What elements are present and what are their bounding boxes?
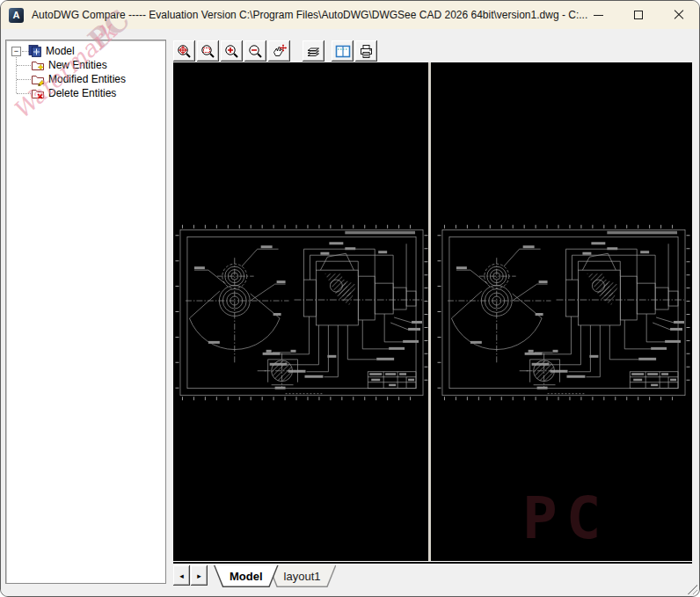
zoom-out-button[interactable] — [244, 40, 266, 62]
layers-icon — [306, 44, 321, 59]
titlebar[interactable]: A AutoDWG Compare ----- Evaluation Versi… — [1, 1, 699, 29]
tab-model[interactable]: Model — [214, 565, 279, 587]
tree-item-label: Delete Entities — [48, 87, 116, 99]
pan-icon — [272, 44, 287, 59]
tab-scroll-left-button[interactable]: ◂ — [173, 565, 190, 586]
window-controls — [578, 1, 699, 29]
tree-item-label: Model — [46, 45, 75, 57]
zoom-in-button[interactable] — [221, 40, 243, 62]
comparison-tree-panel: − Model New Entitie — [5, 40, 166, 584]
window-title: AutoDWG Compare ----- Evaluation Version… — [32, 9, 587, 21]
compare-view-icon — [335, 44, 351, 59]
compare-view-button[interactable] — [332, 40, 354, 62]
layers-button[interactable] — [303, 40, 324, 62]
viewport-version1[interactable] — [173, 62, 428, 561]
tab-scroll-right-button[interactable]: ▸ — [191, 565, 208, 586]
resize-grip[interactable] — [686, 583, 697, 594]
print-button[interactable] — [355, 40, 377, 62]
tree-item-model[interactable]: − Model — [6, 44, 75, 58]
print-icon — [359, 44, 374, 59]
close-icon — [674, 10, 684, 20]
tree-expander-icon[interactable]: − — [11, 47, 21, 56]
tree-item-modified-entities[interactable]: Modified Entities — [6, 72, 126, 86]
folder-delete-icon — [31, 86, 45, 100]
arrow-left-icon: ◂ — [179, 572, 184, 580]
tab-label: layout1 — [284, 570, 321, 583]
zoom-extents-button[interactable] — [173, 40, 195, 62]
tree-item-label: New Entities — [48, 59, 107, 71]
folder-new-icon — [31, 58, 45, 72]
close-button[interactable] — [659, 1, 699, 29]
zoom-extents-icon — [177, 44, 192, 59]
status-strip — [1, 586, 699, 596]
arrow-right-icon: ▸ — [197, 572, 201, 580]
toolbar — [173, 40, 379, 62]
cad-drawing-right — [435, 62, 690, 560]
app-icon: A — [9, 8, 24, 23]
minimize-icon — [594, 15, 603, 16]
viewport-bottom-divider — [173, 561, 692, 564]
tab-layout1[interactable]: layout1 — [268, 565, 337, 587]
tree-item-new-entities[interactable]: New Entities — [6, 58, 107, 72]
maximize-button[interactable] — [618, 1, 659, 29]
compare-viewports: PC — [173, 62, 692, 561]
layout-tab-bar: ◂ ▸ Model layout1 — [173, 565, 336, 588]
pan-button[interactable] — [268, 40, 290, 62]
zoom-in-icon — [224, 44, 239, 59]
entity-tree: − Model New Entitie — [6, 40, 165, 44]
tree-item-label: Modified Entities — [48, 73, 126, 85]
viewport-version2[interactable]: PC — [431, 62, 692, 561]
cad-drawing-left — [173, 62, 428, 560]
zoom-window-button[interactable] — [197, 40, 219, 62]
layout-tabs: Model layout1 — [214, 565, 336, 587]
app-window: A AutoDWG Compare ----- Evaluation Versi… — [0, 0, 700, 597]
zoom-window-icon — [201, 44, 215, 59]
minimize-button[interactable] — [578, 1, 618, 29]
model-icon — [28, 44, 42, 58]
folder-modified-icon — [31, 72, 45, 86]
zoom-out-icon — [248, 44, 263, 59]
tree-item-delete-entities[interactable]: Delete Entities — [6, 86, 116, 100]
maximize-icon — [634, 11, 643, 19]
tab-label: Model — [230, 570, 263, 583]
app-icon-letter: A — [13, 10, 20, 20]
